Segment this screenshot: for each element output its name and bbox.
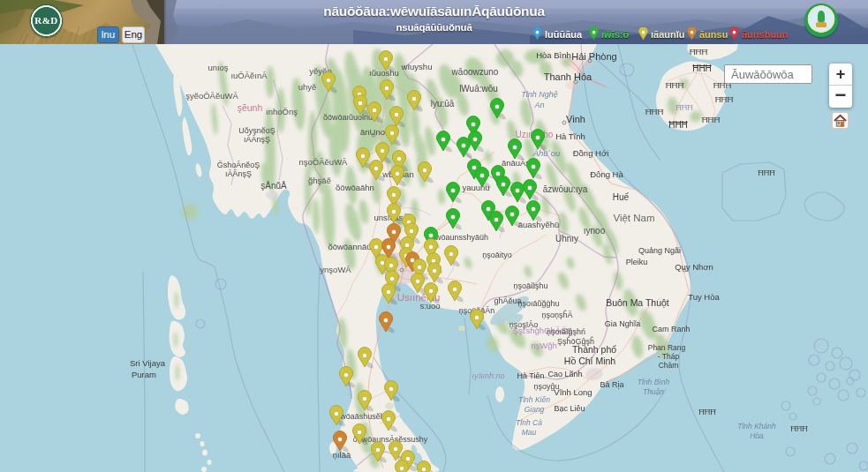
- svg-text:ĦĦĦ: ĦĦĦ: [715, 94, 734, 104]
- svg-text:ĦĦĦ: ĦĦĦ: [690, 47, 708, 56]
- svg-text:Tuy Hòa: Tuy Hòa: [688, 292, 720, 302]
- svg-text:ınhoŌnş: ınhoŌnş: [266, 107, 298, 116]
- svg-text:ņşoāŭşhu: ņşoāŭşhu: [513, 281, 547, 290]
- svg-text:An: An: [533, 101, 544, 109]
- svg-text:- Tháp: - Tháp: [658, 352, 680, 361]
- svg-text:Tỉnh Cà: Tỉnh Cà: [516, 418, 542, 427]
- svg-text:Chàm: Chàm: [659, 361, 679, 370]
- svg-text:ĦĦĦ: ĦĦĦ: [676, 103, 693, 112]
- svg-text:Tỉnh Nghệ: Tỉnh Nghệ: [521, 90, 558, 99]
- svg-text:ıĀĀnşŞ: ıĀĀnşŞ: [244, 135, 270, 144]
- svg-text:ĦĦĦ: ĦĦĦ: [702, 115, 721, 124]
- svg-text:Hòa: Hòa: [750, 431, 764, 440]
- svg-text:ĞshoĀnĕoŞ: ĞshoĀnĕoŞ: [217, 161, 260, 169]
- svg-text:Bạc Liêu: Bạc Liêu: [554, 404, 585, 413]
- svg-text:Đồng Hới: Đồng Hới: [573, 148, 609, 158]
- svg-text:Quảng Ngãi: Quảng Ngãi: [638, 246, 681, 255]
- svg-text:ıyāınh:no: ıyāınh:no: [472, 371, 504, 380]
- svg-text:Thuận: Thuận: [643, 387, 664, 396]
- svg-text:nşoŌĀĕuWĀ: nşoŌĀĕuWĀ: [299, 157, 349, 167]
- svg-text:ynşoWĀ: ynşoWĀ: [320, 265, 351, 274]
- svg-text:Hà Tĩnh: Hà Tĩnh: [555, 131, 585, 141]
- svg-text:Quy Nhơn: Quy Nhơn: [675, 262, 713, 272]
- svg-text:Hòa Bình: Hòa Bình: [536, 50, 571, 60]
- svg-text:şĕunh: şĕunh: [238, 102, 263, 113]
- svg-text:Vinh: Vinh: [566, 114, 585, 124]
- svg-text:nşWğh: nşWğh: [531, 341, 557, 350]
- svg-text:lyu:ūā: lyu:ūā: [431, 99, 455, 109]
- svg-text:şyĕoŌĀĕuWĀ: şyĕoŌĀĕuWĀ: [185, 91, 238, 101]
- svg-text:Uhnıy: Uhnıy: [555, 234, 578, 243]
- svg-text:ıynoo: ıynoo: [584, 226, 606, 236]
- svg-text:Vĩnh Long: Vĩnh Long: [554, 387, 592, 397]
- svg-text:āzwōuu:ıya: āzwōuu:ıya: [543, 184, 588, 194]
- svg-text:Hồ Chí Minh: Hồ Chí Minh: [564, 356, 616, 366]
- svg-text:ņılāā: ņılāā: [333, 450, 351, 460]
- svg-text:Pleiku: Pleiku: [626, 258, 648, 266]
- svg-text:Cao Lãnh: Cao Lãnh: [547, 370, 582, 378]
- svg-text:Gia Nghĩa: Gia Nghĩa: [605, 319, 641, 328]
- svg-text:ņşoşīĀo: ņşoşīĀo: [509, 320, 539, 329]
- svg-text:Tỉnh Khánh: Tỉnh Khánh: [737, 422, 776, 431]
- svg-text:Tỉnh Kiên: Tỉnh Kiên: [518, 395, 550, 404]
- svg-text:Tỉnh Bình: Tỉnh Bình: [638, 378, 670, 386]
- svg-text:ņşoņşĥĀ: ņşoņşĥĀ: [541, 310, 572, 319]
- svg-text:uhyĕ: uhyĕ: [298, 82, 317, 92]
- svg-text:unıoş: unıoş: [208, 63, 228, 72]
- svg-text:Mau: Mau: [522, 428, 537, 437]
- svg-text:Huế: Huế: [613, 192, 630, 202]
- svg-text:şĀnŭĀ: şĀnŭĀ: [260, 181, 287, 191]
- svg-text:Giang: Giang: [525, 405, 545, 414]
- svg-text:ņşoāityo: ņşoāityo: [482, 251, 512, 259]
- svg-text:ıŭuoshu: ıŭuoshu: [369, 68, 399, 78]
- svg-text:Sri Vijaya: Sri Vijaya: [130, 358, 166, 368]
- svg-text:ıĀĀnşŞ: ıĀĀnşŞ: [225, 169, 252, 178]
- svg-text:ğhşāĕ: ğhşāĕ: [308, 176, 331, 185]
- svg-text:wāoowzuno: wāoowzuno: [451, 67, 499, 77]
- svg-text:Āhū`ou: Āhū`ou: [532, 148, 561, 158]
- svg-text:ĦĦĦ: ĦĦĦ: [790, 424, 808, 433]
- svg-text:ānUno: ānUno: [360, 127, 385, 137]
- svg-text:ānāuĀs: ānāuĀs: [502, 158, 530, 168]
- svg-text:Puram: Puram: [132, 370, 156, 379]
- svg-text:Buôn Ma Thuột: Buôn Ma Thuột: [606, 297, 669, 308]
- svg-text:ĦĦĦ: ĦĦĦ: [645, 107, 664, 116]
- svg-text:ıuŌĀĕınĀ: ıuŌĀĕınĀ: [230, 71, 268, 80]
- svg-text:ĦĦĦ: ĦĦĦ: [668, 120, 688, 130]
- svg-text:Việt Nam: Việt Nam: [613, 213, 654, 223]
- svg-text:ņşoyĝu: ņşoyĝu: [533, 382, 559, 391]
- svg-text:ņşoıāŭğģhu: ņşoıāŭğģhu: [517, 299, 559, 308]
- svg-text:lWuā:wōu: lWuā:wōu: [459, 84, 498, 94]
- svg-text:UŏyşnĕoŞ: UŏyşnĕoŞ: [238, 126, 275, 135]
- svg-text:ņşoıāĭĝşhń: ņşoıāĭĝşhń: [547, 327, 585, 336]
- svg-text:ĦĦĦ: ĦĦĦ: [692, 64, 712, 73]
- svg-text:Thanh Hóa: Thanh Hóa: [544, 71, 593, 82]
- svg-text:wīuyshu: wīuyshu: [401, 62, 433, 71]
- svg-text:Đông Hà: Đông Hà: [590, 169, 623, 179]
- svg-text:ŞşĥōĢĝşĥ: ŞşĥōĢĝşĥ: [557, 336, 594, 346]
- svg-text:ĦĦĦ: ĦĦĦ: [666, 80, 684, 90]
- svg-text:ĦĦĦ: ĦĦĦ: [698, 408, 716, 416]
- svg-text:ŏōwōaāhn: ŏōwōaāhn: [336, 183, 374, 192]
- svg-text:Bà Rịa: Bà Rịa: [600, 380, 623, 389]
- svg-text:Hải Phòng: Hải Phòng: [571, 51, 616, 62]
- svg-text:Hà Tiên: Hà Tiên: [517, 371, 544, 380]
- svg-text:ĦĦĦ: ĦĦĦ: [758, 169, 775, 177]
- svg-text:Cam Ranh: Cam Ranh: [652, 325, 690, 333]
- svg-text:Phan Rang: Phan Rang: [648, 343, 686, 352]
